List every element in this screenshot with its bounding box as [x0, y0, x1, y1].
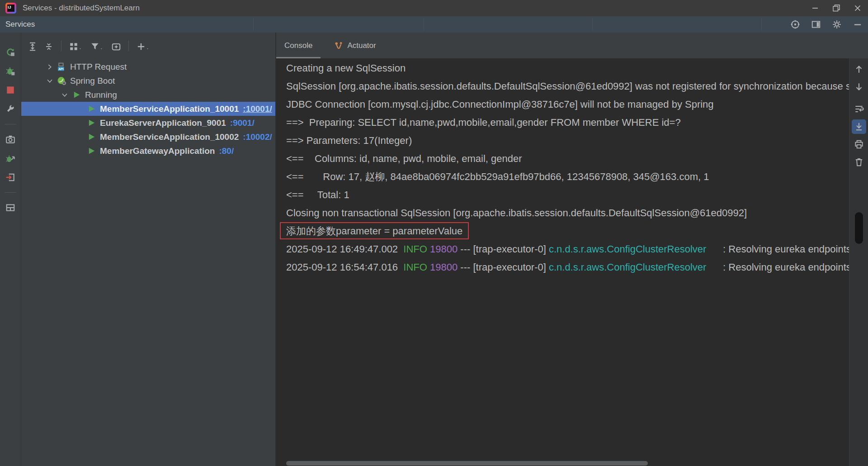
scroll-up-button[interactable] [852, 62, 866, 76]
console-right-toolbar [849, 58, 868, 466]
console-line: 2025-09-12 16:49:47.002 INFO 19800 --- [… [286, 240, 849, 258]
hide-icon [853, 19, 863, 29]
run-icon [85, 147, 97, 155]
exit-icon [5, 172, 15, 182]
print-icon [854, 139, 864, 149]
view-mode-button[interactable] [789, 19, 801, 30]
layout-icon [5, 203, 15, 213]
scroll-to-end-button[interactable] [852, 119, 866, 134]
collapse-all-button[interactable] [44, 39, 54, 52]
console-log[interactable]: Creating a new SqlSessionSqlSession [org… [276, 58, 849, 466]
log-segment: Closing non transactional SqlSession [or… [286, 207, 747, 219]
add-icon [136, 42, 146, 52]
tab-actuator[interactable]: Actuator [326, 33, 384, 58]
tree-row-running[interactable]: Running [21, 88, 275, 102]
add-service-button[interactable] [136, 39, 151, 52]
gear-icon [832, 19, 842, 29]
log-segment: c.n.d.s.r.aws.ConfigClusterResolver [549, 243, 706, 255]
service-label: HTTP Request [70, 62, 127, 72]
svg-text:API: API [58, 67, 63, 71]
new-window-icon [111, 42, 121, 52]
service-label: MemberGatewayApplication [100, 146, 215, 156]
clear-all-button[interactable] [852, 155, 866, 169]
settings-button[interactable] [831, 19, 843, 30]
run-icon [85, 105, 97, 113]
restore-layout-button[interactable] [810, 19, 822, 30]
window-close-button[interactable] [847, 0, 868, 16]
hide-toolwindow-button[interactable] [852, 19, 863, 30]
service-port-link[interactable]: :10002/ [243, 132, 272, 142]
run-icon [85, 119, 97, 127]
http-request-icon: API [56, 62, 67, 71]
console-panel: ConsoleActuator Creating a new SqlSessio… [275, 33, 868, 466]
thread-dump-button[interactable] [3, 132, 18, 147]
scroll-end-icon [854, 122, 864, 132]
edit-configuration-button[interactable] [3, 101, 18, 117]
window-restore-button[interactable] [826, 0, 847, 16]
log-segment: 2025-09-12 16:49:47.002 [286, 243, 403, 255]
tab-console[interactable]: Console [276, 33, 321, 58]
vertical-scrollbar-thumb[interactable] [855, 212, 863, 244]
console-line: ==> Parameters: 17(Integer) [286, 132, 849, 150]
header-divider [253, 18, 254, 31]
toolbar-separator [61, 40, 61, 51]
filter-button[interactable] [90, 39, 105, 52]
service-port-link[interactable]: :10001/ [243, 104, 272, 114]
toolwindow-header: Services [0, 16, 868, 33]
group-icon [69, 42, 79, 52]
services-tree: APIHTTP RequestSpring BootRunningMemberS… [21, 58, 275, 158]
service-label: Running [85, 90, 117, 100]
log-segment: <== Row: 17, 赵柳, 84ae8ba06974fc2bb529a91… [286, 171, 709, 182]
tab-label: Console [284, 41, 312, 50]
show-configuration-types-button[interactable] [3, 200, 18, 215]
log-segment: --- [trap-executor-0] [458, 262, 549, 273]
chevron-right-icon[interactable] [44, 63, 56, 71]
open-each-in-new-tab-button[interactable] [111, 39, 121, 52]
filter-icon [90, 42, 100, 52]
log-segment: INFO [403, 243, 427, 255]
console-line: ==> Preparing: SELECT id,name,pwd,mobile… [286, 114, 849, 132]
log-segment: --- [trap-executor-0] [458, 243, 549, 255]
toolbar-separator [128, 40, 129, 51]
stop-button[interactable] [3, 82, 18, 98]
service-port-link[interactable]: :9001/ [230, 118, 255, 128]
tree-row-spring-boot[interactable]: Spring Boot [21, 74, 275, 88]
tree-row-http-request[interactable]: APIHTTP Request [21, 60, 275, 74]
dd-arrow-icon [146, 48, 151, 52]
console-tabs: ConsoleActuator [276, 33, 868, 58]
log-segment: 添加的参数parameter = parameterValue [286, 225, 462, 237]
console-line: Closing non transactional SqlSession [or… [286, 204, 849, 222]
print-button[interactable] [852, 137, 866, 152]
highlight-red-box: 添加的参数parameter = parameterValue [280, 222, 469, 239]
chevron-down-icon[interactable] [59, 91, 71, 99]
scroll-down-button[interactable] [852, 80, 866, 94]
attach-debugger-button[interactable] [3, 151, 18, 166]
window-minimize-button[interactable] [804, 0, 826, 16]
spring-boot-icon [56, 76, 67, 86]
actuator-icon [334, 41, 344, 50]
wrench-icon [5, 104, 15, 114]
tree-row-memberserviceapplication-10001[interactable]: MemberServiceApplication_10001:10001/ [21, 102, 275, 116]
tree-row-membergatewayapplication[interactable]: MemberGatewayApplication:80/ [21, 144, 275, 158]
panels-icon [811, 19, 821, 29]
debug-button[interactable] [3, 63, 18, 79]
console-body: Creating a new SqlSessionSqlSession [org… [276, 58, 868, 466]
horizontal-scrollbar-thumb[interactable] [286, 461, 648, 466]
trash-icon [854, 157, 864, 167]
chevron-down-icon[interactable] [44, 77, 56, 85]
rerun-button[interactable] [3, 44, 18, 60]
console-line: <== Total: 1 [286, 186, 849, 204]
expand-all-icon [28, 42, 38, 52]
expand-all-button[interactable] [28, 39, 38, 52]
group-by-button[interactable] [69, 39, 84, 52]
arrow-down-icon [854, 82, 864, 92]
tree-row-memberserviceapplication-10002[interactable]: MemberServiceApplication_10002:10002/ [21, 130, 275, 144]
tab-label: Actuator [347, 41, 376, 50]
log-segment: c.n.d.s.r.aws.ConfigClusterResolver [549, 262, 706, 273]
disconnect-button[interactable] [3, 170, 18, 185]
minimize-icon [811, 4, 820, 13]
service-port-link[interactable]: :80/ [219, 146, 234, 156]
compass-icon [790, 19, 800, 29]
soft-wrap-button[interactable] [852, 102, 866, 116]
tree-row-eurekaserverapplication-9001[interactable]: EurekaServerApplication_9001:9001/ [21, 116, 275, 130]
